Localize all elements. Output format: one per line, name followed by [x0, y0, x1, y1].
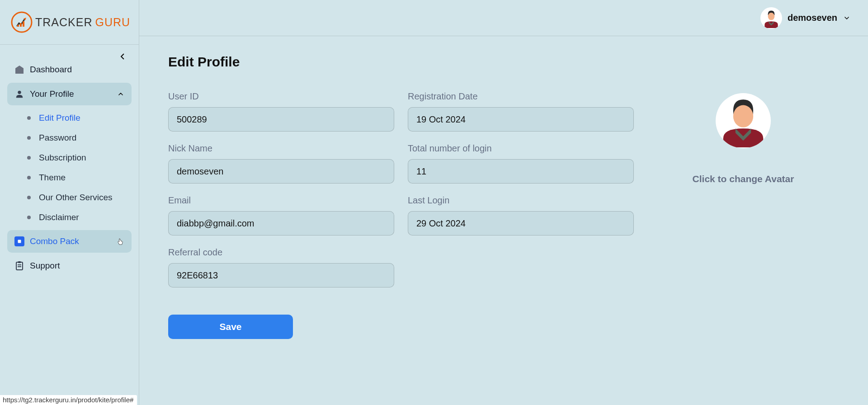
brand-logo[interactable]: TRACKER GURU: [0, 0, 139, 44]
chevron-down-icon: [843, 14, 851, 22]
svg-point-0: [12, 12, 32, 32]
sidebar-sub-label: Subscription: [39, 153, 86, 163]
profile-submenu: Edit Profile Password Subscription Theme…: [7, 107, 132, 230]
form-col-left: User ID Nick Name Email Referral code Sa…: [168, 91, 394, 339]
sidebar-sub-label: Our Other Services: [39, 193, 113, 202]
sidebar-sub-theme[interactable]: Theme: [27, 168, 132, 188]
sidebar-item-support[interactable]: Support: [7, 254, 132, 277]
svg-rect-6: [16, 262, 23, 270]
input-nick[interactable]: [168, 159, 394, 184]
sidebar-sub-label: Edit Profile: [39, 113, 80, 123]
label-email: Email: [168, 195, 394, 206]
pack-icon: [14, 235, 25, 247]
svg-point-13: [733, 105, 753, 127]
sidebar-sub-password[interactable]: Password: [27, 128, 132, 148]
chevron-up-icon: [116, 89, 125, 99]
svg-rect-1: [17, 25, 19, 27]
sidebar: TRACKER GURU Dashboard Your Prof: [0, 0, 139, 405]
svg-point-11: [768, 13, 775, 20]
main-content: Edit Profile User ID Nick Name Email Ref…: [139, 36, 868, 405]
change-avatar-link[interactable]: Click to change Avatar: [693, 174, 794, 184]
input-referral[interactable]: [168, 263, 394, 287]
dashboard-icon: [14, 64, 25, 75]
sidebar-item-label: Combo Pack: [30, 236, 79, 246]
svg-rect-5: [18, 240, 21, 243]
label-referral: Referral code: [168, 247, 394, 258]
sidebar-sub-label: Disclaimer: [39, 212, 79, 222]
bullet-icon: [27, 136, 31, 140]
sidebar-nav: Dashboard Your Profile Edit Profile Pass: [0, 45, 139, 277]
svg-rect-7: [18, 261, 21, 263]
input-user-id[interactable]: [168, 107, 394, 132]
cursor-icon: [116, 237, 125, 246]
bullet-icon: [27, 116, 31, 120]
sidebar-sub-other-services[interactable]: Our Other Services: [27, 188, 132, 207]
sidebar-item-label: Dashboard: [30, 65, 72, 75]
svg-rect-2: [20, 23, 22, 27]
user-icon: [14, 88, 25, 100]
label-nick: Nick Name: [168, 143, 394, 154]
sidebar-item-label: Support: [30, 261, 60, 271]
svg-point-4: [18, 91, 21, 94]
sidebar-sub-edit-profile[interactable]: Edit Profile: [27, 108, 132, 128]
input-last-login[interactable]: [408, 211, 634, 235]
bullet-icon: [27, 216, 31, 219]
bullet-icon: [27, 196, 31, 199]
label-user-id: User ID: [168, 91, 394, 102]
input-email[interactable]: [168, 211, 394, 235]
page-title: Edit Profile: [168, 54, 839, 70]
save-button[interactable]: Save: [168, 315, 293, 339]
avatar-section: Click to change Avatar: [647, 91, 839, 339]
profile-avatar[interactable]: [716, 93, 771, 148]
bullet-icon: [27, 156, 31, 160]
sidebar-sub-label: Theme: [39, 173, 66, 183]
bullet-icon: [27, 176, 31, 179]
brand-mark-icon: [10, 10, 33, 34]
username-label: demoseven: [788, 13, 837, 23]
sidebar-sub-subscription[interactable]: Subscription: [27, 148, 132, 168]
brand-name-part1: TRACKER: [35, 16, 92, 29]
label-reg-date: Registration Date: [408, 91, 634, 102]
brand-name-part2: GURU: [95, 16, 130, 29]
sidebar-item-label: Your Profile: [30, 89, 74, 99]
sidebar-sub-label: Password: [39, 133, 76, 143]
label-last-login: Last Login: [408, 195, 634, 206]
clipboard-icon: [14, 260, 25, 272]
browser-status-url: https://tg2.trackerguru.in/prodot/kite/p…: [0, 395, 137, 405]
avatar-icon: [760, 7, 782, 29]
label-login-count: Total number of login: [408, 143, 634, 154]
sidebar-item-combo-pack[interactable]: Combo Pack: [7, 230, 132, 253]
input-reg-date[interactable]: [408, 107, 634, 132]
input-login-count[interactable]: [408, 159, 634, 184]
sidebar-sub-disclaimer[interactable]: Disclaimer: [27, 207, 132, 227]
profile-form: User ID Nick Name Email Referral code Sa…: [168, 91, 839, 339]
sidebar-item-dashboard[interactable]: Dashboard: [7, 58, 132, 81]
form-col-right: Registration Date Total number of login …: [408, 91, 634, 339]
user-menu[interactable]: demoseven: [760, 7, 851, 29]
svg-rect-3: [23, 21, 24, 27]
brand-name: TRACKER GURU: [35, 16, 130, 29]
sidebar-item-profile[interactable]: Your Profile: [7, 83, 132, 105]
topbar: demoseven: [139, 0, 868, 36]
